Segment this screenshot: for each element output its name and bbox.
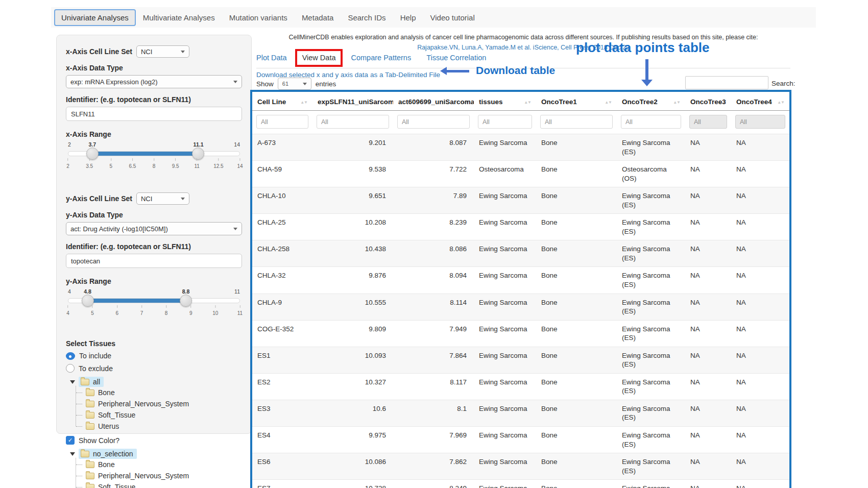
table-cell: Bone bbox=[536, 134, 617, 161]
column-header-act609699-unisarcoma[interactable]: ▲▼act609699_uniSarcoma bbox=[393, 92, 474, 111]
nav-tab-univariate-analyses[interactable]: Univariate Analyses bbox=[54, 9, 136, 26]
slider-high-value: 8.8 bbox=[182, 288, 190, 295]
entries-count-select[interactable]: 61 bbox=[278, 78, 311, 90]
table-row[interactable]: CHLA-910.5558.114Ewing SarcomaBoneEwing … bbox=[252, 294, 789, 320]
tree-expand-icon[interactable] bbox=[70, 452, 75, 456]
table-cell: NA bbox=[685, 187, 731, 214]
x-axis-cell-line-set-select[interactable]: NCI bbox=[136, 45, 189, 58]
filter-input-oncotree3[interactable] bbox=[689, 115, 727, 129]
y-axis-identifier-input[interactable] bbox=[66, 254, 242, 268]
tree-node-all[interactable]: all bbox=[69, 377, 242, 387]
table-row[interactable]: ES210.3278.117Ewing SarcomaBoneEwing Sar… bbox=[252, 373, 789, 400]
table-row[interactable]: CHA-599.5387.722OsteosarcomaBoneOsteosar… bbox=[252, 161, 789, 187]
show-color-checkbox[interactable]: ✓ Show Color? bbox=[66, 436, 242, 445]
slider-track[interactable] bbox=[68, 151, 240, 156]
table-body: A-6739.2018.087Ewing SarcomaBoneEwing Sa… bbox=[252, 134, 789, 488]
table-cell: CHLA-258 bbox=[252, 240, 312, 267]
sort-icon[interactable]: ▲▼ bbox=[524, 100, 531, 105]
table-cell: Osteosarcoma (OS) bbox=[617, 161, 685, 187]
nav-tab-metadata[interactable]: Metadata bbox=[295, 9, 341, 26]
y-axis-cell-line-set-select[interactable]: NCI bbox=[136, 192, 189, 205]
sort-icon[interactable]: ▲▼ bbox=[300, 100, 307, 105]
table-cell: Bone bbox=[536, 480, 617, 488]
table-row[interactable]: ES110.0937.864Ewing SarcomaBoneEwing Sar… bbox=[252, 347, 789, 373]
filter-input-expslfn11-unisarcoma[interactable] bbox=[317, 115, 389, 129]
table-row[interactable]: CHLA-2510.2088.239Ewing SarcomaBoneEwing… bbox=[252, 214, 789, 240]
table-cell: 8.087 bbox=[393, 134, 474, 161]
select-tissues-label: Select Tissues bbox=[66, 339, 242, 348]
chevron-down-icon bbox=[303, 83, 307, 85]
nav-tab-mutation-variants[interactable]: Mutation variants bbox=[222, 9, 295, 26]
tree-item-soft-tissue[interactable]: Soft_Tissue bbox=[83, 409, 242, 421]
tree-item-peripheral-nervous-system[interactable]: Peripheral_Nervous_System bbox=[83, 470, 242, 481]
y-axis-data-type-select[interactable]: act: Drug Activity (-log10[IC50M]) bbox=[66, 222, 242, 235]
filter-input-oncotree4[interactable] bbox=[735, 115, 785, 129]
tree-item-soft-tissue[interactable]: Soft_Tissue bbox=[83, 481, 242, 488]
table-row[interactable]: ES310.68.1Ewing SarcomaBoneEwing Sarcoma… bbox=[252, 400, 789, 426]
slider-tick: 7 bbox=[140, 305, 143, 317]
table-row[interactable]: A-6739.2018.087Ewing SarcomaBoneEwing Sa… bbox=[252, 134, 789, 161]
column-header-oncotree3[interactable]: ▲▼OncoTree3 bbox=[685, 92, 731, 111]
tree-node-no-selection[interactable]: no_selection bbox=[69, 449, 242, 459]
sort-icon[interactable]: ▲▼ bbox=[777, 100, 784, 105]
filter-input-act609699-unisarcoma[interactable] bbox=[397, 115, 470, 129]
table-cell: Bone bbox=[536, 294, 617, 320]
table-row[interactable]: CHLA-329.8768.094Ewing SarcomaBoneEwing … bbox=[252, 267, 789, 294]
nav-tab-search-ids[interactable]: Search IDs bbox=[341, 9, 393, 26]
table-row[interactable]: CHLA-109.6517.89Ewing SarcomaBoneEwing S… bbox=[252, 187, 789, 214]
y-axis-cell-line-set-label: y-Axis Cell Line Set bbox=[66, 194, 132, 203]
tree-item-uterus[interactable]: Uterus bbox=[83, 421, 242, 432]
tab-plot-data[interactable]: Plot Data bbox=[256, 54, 287, 62]
column-header-oncotree4[interactable]: ▲▼OncoTree4 bbox=[731, 92, 789, 111]
slider-tick: 3.5 bbox=[86, 158, 93, 170]
tree-item-label: Soft_Tissue bbox=[98, 411, 135, 419]
filter-input-oncotree2[interactable] bbox=[621, 115, 681, 129]
tree-item-bone[interactable]: Bone bbox=[83, 459, 242, 470]
nav-tab-help[interactable]: Help bbox=[393, 9, 423, 26]
slider-track[interactable] bbox=[68, 298, 240, 303]
sort-icon[interactable]: ▲▼ bbox=[673, 100, 680, 105]
column-header-expslfn11-unisarcoma[interactable]: ▲▼expSLFN11_uniSarcoma bbox=[312, 92, 393, 111]
nav-tab-video-tutorial[interactable]: Video tutorial bbox=[423, 9, 481, 26]
citation-link[interactable]: Rajapakse.VN, Luna.A, Yamade.M et al. iS… bbox=[255, 44, 791, 51]
tree-expand-icon[interactable] bbox=[70, 380, 75, 384]
table-row[interactable]: ES49.9757.969Ewing SarcomaBoneEwing Sarc… bbox=[252, 427, 789, 453]
x-axis-data-type-select[interactable]: exp: mRNA Expression (log2) bbox=[66, 75, 242, 88]
filter-input-tissues[interactable] bbox=[478, 115, 532, 129]
radio-to-include[interactable]: To include bbox=[66, 352, 242, 360]
table-cell: 7.949 bbox=[393, 320, 474, 347]
radio-to-exclude[interactable]: To exclude bbox=[66, 364, 242, 373]
column-header-oncotree2[interactable]: ▲▼OncoTree2 bbox=[617, 92, 685, 111]
table-cell: NA bbox=[731, 214, 789, 240]
filter-input-cell-line[interactable] bbox=[256, 115, 308, 129]
nav-tab-multivariate-analyses[interactable]: Multivariate Analyses bbox=[136, 9, 222, 26]
table-cell: Bone bbox=[536, 453, 617, 480]
filter-input-oncotree1[interactable] bbox=[540, 115, 613, 129]
tab-compare-patterns[interactable]: Compare Patterns bbox=[351, 54, 411, 62]
x-axis-identifier-input[interactable] bbox=[66, 107, 242, 121]
table-row[interactable]: ES710.7288.249Ewing SarcomaBoneEwing Sar… bbox=[252, 480, 789, 488]
sort-icon[interactable]: ▲▼ bbox=[605, 100, 612, 105]
search-input[interactable] bbox=[685, 76, 768, 89]
tab-view-data[interactable]: View Data bbox=[302, 54, 336, 62]
column-header-cell-line[interactable]: ▲▼Cell Line bbox=[252, 92, 312, 111]
table-cell: ES6 bbox=[252, 453, 312, 480]
table-row[interactable]: ES610.0867.862Ewing SarcomaBoneEwing Sar… bbox=[252, 453, 789, 480]
tree-root-label: all bbox=[93, 378, 100, 386]
table-cell: 8.114 bbox=[393, 294, 474, 320]
column-header-oncotree1[interactable]: ▲▼OncoTree1 bbox=[536, 92, 617, 111]
tab-tissue-correlation[interactable]: Tissue Correlation bbox=[426, 54, 486, 62]
table-row[interactable]: COG-E-3529.8097.949Ewing SarcomaBoneEwin… bbox=[252, 320, 789, 347]
table-cell: 7.864 bbox=[393, 347, 474, 373]
table-cell: NA bbox=[685, 427, 731, 453]
column-header-tissues[interactable]: ▲▼tissues bbox=[474, 92, 536, 111]
slider-low-value: 4.8 bbox=[84, 288, 91, 295]
tissue-include-tree: allBonePeripheral_Nervous_SystemSoft_Tis… bbox=[69, 377, 242, 432]
folder-icon bbox=[86, 484, 94, 488]
table-row[interactable]: CHLA-25810.4388.086Ewing SarcomaBoneEwin… bbox=[252, 240, 789, 267]
tree-item-peripheral-nervous-system[interactable]: Peripheral_Nervous_System bbox=[83, 398, 242, 409]
folder-icon bbox=[86, 473, 94, 479]
table-cell: 10.438 bbox=[312, 240, 393, 267]
table-cell: CHLA-10 bbox=[252, 187, 312, 214]
tree-item-bone[interactable]: Bone bbox=[83, 387, 242, 398]
